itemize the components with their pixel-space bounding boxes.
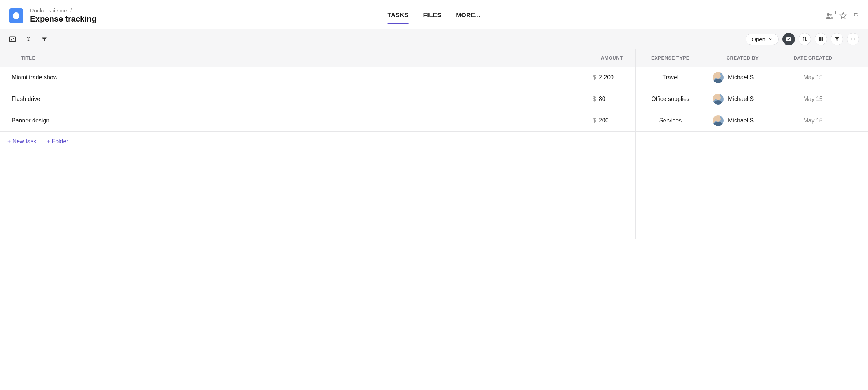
header-actions: 1 [826, 12, 859, 19]
new-task-button[interactable]: + New task [7, 138, 37, 145]
cell-created-by[interactable]: Michael S [705, 110, 780, 131]
cell-date-created: May 15 [780, 110, 846, 131]
cell-title[interactable]: Miami trade show [0, 67, 588, 88]
task-table: TITLE AMOUNT EXPENSE TYPE CREATED BY DAT… [0, 49, 868, 239]
currency-symbol: $ [593, 74, 596, 81]
breadcrumb-parent[interactable]: Rocket science [30, 7, 67, 14]
table-background [0, 151, 868, 239]
status-filter-dropdown[interactable]: Open [746, 34, 779, 45]
people-icon [826, 12, 834, 19]
add-row: + New task + Folder [0, 132, 868, 151]
cell-amount[interactable]: $200 [588, 110, 636, 131]
svg-point-10 [851, 39, 852, 40]
title-block: Rocket science / Expense tracking [30, 7, 97, 24]
svg-point-11 [853, 39, 854, 40]
svg-text:$: $ [15, 13, 18, 18]
tab-tasks[interactable]: TASKS [388, 12, 409, 24]
columns-icon[interactable] [815, 33, 827, 45]
cell-created-by[interactable]: Michael S [705, 67, 780, 88]
creator-name: Michael S [728, 74, 754, 81]
amount-value: 2,200 [599, 74, 614, 81]
star-icon[interactable] [839, 12, 847, 19]
svg-rect-9 [822, 37, 823, 41]
chevron-down-icon [768, 37, 773, 41]
cell-expense-type[interactable]: Services [636, 110, 705, 131]
col-spacer [846, 49, 868, 67]
table-header: TITLE AMOUNT EXPENSE TYPE CREATED BY DAT… [0, 49, 868, 67]
expand-icon[interactable] [9, 36, 16, 42]
status-filter-label: Open [752, 36, 765, 42]
tab-files[interactable]: FILES [423, 12, 441, 24]
amount-value: 80 [599, 96, 605, 102]
table-row[interactable]: Banner design $200 Services Michael S Ma… [0, 110, 868, 132]
avatar [713, 72, 724, 83]
pin-icon[interactable] [853, 12, 859, 19]
cell-created-by[interactable]: Michael S [705, 88, 780, 110]
svg-point-12 [854, 39, 855, 40]
svg-marker-4 [840, 12, 846, 18]
tab-more[interactable]: MORE... [456, 12, 480, 24]
sort-icon[interactable] [799, 33, 811, 45]
share-people-icon[interactable]: 1 [826, 12, 834, 19]
cell-expense-type[interactable]: Travel [636, 67, 705, 88]
add-spacer [780, 132, 846, 151]
toolbar-right: Open [746, 33, 859, 45]
table-row[interactable]: Miami trade show $2,200 Travel Michael S… [0, 67, 868, 88]
cell-date-created: May 15 [780, 67, 846, 88]
cell-amount[interactable]: $2,200 [588, 67, 636, 88]
col-date-created[interactable]: DATE CREATED [780, 49, 846, 67]
cell-amount[interactable]: $80 [588, 88, 636, 110]
cell-title[interactable]: Banner design [0, 110, 588, 131]
table-row[interactable]: Flash drive $80 Office supplies Michael … [0, 88, 868, 110]
col-expense-type[interactable]: EXPENSE TYPE [636, 49, 705, 67]
currency-symbol: $ [593, 96, 596, 102]
amount-value: 200 [599, 117, 609, 124]
add-spacer [636, 132, 705, 151]
toolbar: Open [0, 29, 868, 49]
cell-date-created: May 15 [780, 88, 846, 110]
add-spacer [846, 132, 868, 151]
avatar [713, 115, 724, 126]
dollar-folder-icon: $ [9, 8, 23, 23]
col-amount[interactable]: AMOUNT [588, 49, 636, 67]
filter-rows-icon[interactable] [41, 36, 48, 42]
cell-title[interactable]: Flash drive [0, 88, 588, 110]
avatar [713, 94, 724, 105]
checkbox-toggle-icon[interactable] [782, 33, 795, 45]
cell-spacer [846, 88, 868, 110]
svg-point-3 [830, 14, 832, 15]
col-title[interactable]: TITLE [0, 49, 588, 67]
col-created-by[interactable]: CREATED BY [705, 49, 780, 67]
filter-icon[interactable] [831, 33, 843, 45]
nav-tabs: TASKS FILES MORE... [388, 12, 481, 24]
more-icon[interactable] [847, 33, 859, 45]
creator-name: Michael S [728, 117, 754, 124]
collapse-rows-icon[interactable] [25, 36, 32, 42]
page-title: Expense tracking [30, 14, 97, 24]
cell-spacer [846, 67, 868, 88]
breadcrumb[interactable]: Rocket science / [30, 7, 97, 14]
svg-rect-5 [10, 37, 16, 41]
currency-symbol: $ [593, 117, 596, 124]
new-folder-button[interactable]: + Folder [47, 138, 68, 145]
add-spacer [705, 132, 780, 151]
dollar-icon: $ [12, 12, 20, 20]
svg-rect-7 [819, 37, 820, 41]
toolbar-left [9, 36, 48, 42]
svg-rect-8 [820, 37, 822, 41]
svg-point-2 [827, 13, 830, 15]
cell-spacer [846, 110, 868, 131]
breadcrumb-separator: / [70, 7, 72, 14]
people-count: 1 [834, 10, 837, 15]
add-links: + New task + Folder [0, 132, 588, 151]
header: $ Rocket science / Expense tracking TASK… [0, 0, 868, 29]
cell-expense-type[interactable]: Office supplies [636, 88, 705, 110]
add-spacer [588, 132, 636, 151]
creator-name: Michael S [728, 96, 754, 102]
